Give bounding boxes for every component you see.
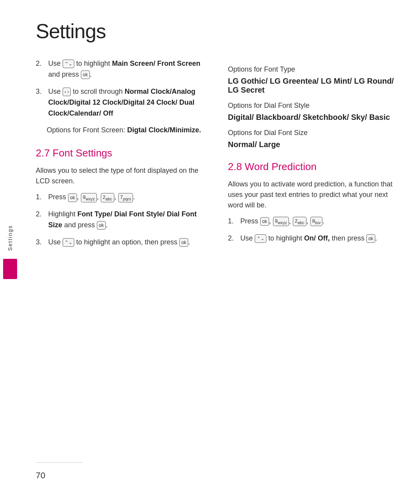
step-2-content: Use ⌃⌄ to highlight Main Screen/ Front S…: [48, 58, 212, 80]
dial-font-style-value: Digital/ Blackboard/ Sketchbook/ Sky/ Ba…: [228, 113, 404, 122]
font-step-2-num: 2.: [36, 209, 47, 220]
side-tab-label: Settings: [7, 225, 13, 251]
key-2abc: 2abc: [101, 193, 114, 202]
footer-divider: [36, 462, 82, 463]
page-footer: 70: [36, 439, 404, 481]
front-screen-options-label: Options for Front Screen: Digtal Clock/M…: [47, 126, 201, 134]
section-27-description: Allows you to select the type of font di…: [36, 165, 212, 186]
ok-icon-1: ok: [81, 70, 90, 79]
page: Settings Settings 2. Use ⌃⌄ to highlight…: [0, 0, 420, 504]
front-screen-options: Options for Front Screen: Digtal Clock/M…: [47, 125, 212, 135]
key-9wxyz: 9wxyz: [81, 193, 97, 202]
ok-icon-4: ok: [179, 238, 188, 247]
side-tab: Settings: [0, 0, 20, 504]
page-number: 70: [36, 471, 45, 480]
step-2: 2. Use ⌃⌄ to highlight Main Screen/ Fron…: [36, 58, 212, 80]
dial-font-size-value: Normal/ Large: [228, 140, 404, 149]
wp-step-2-num: 2.: [228, 233, 239, 244]
font-step-2: 2. Highlight Font Type/ Dial Font Style/…: [36, 209, 212, 231]
ok-icon-5: ok: [260, 217, 269, 226]
dial-font-size-label: Options for Dial Font Size: [228, 129, 404, 137]
wp-step-1: 1. Press ok, 9wxyz, 2abc, 8tuv.: [228, 216, 404, 227]
wp-step-2-bold: On/ Off,: [304, 234, 330, 242]
key-9wxyz-2: 9wxyz: [273, 217, 289, 226]
font-step-2-bold: Font Type/ Dial Font Style/ Dial Font Si…: [48, 210, 197, 229]
wp-step-2: 2. Use ⌃⌄ to highlight On/ Off, then pre…: [228, 233, 404, 244]
nav-lr-icon: ‹ ›: [63, 88, 71, 96]
key-2abc-2: 2abc: [293, 217, 306, 226]
section-28-description: Allows you to activate word prediction, …: [228, 179, 404, 211]
key-8tuv: 8tuv: [310, 217, 323, 226]
nav-ud-icon-1: ⌃⌄: [63, 60, 74, 68]
step-2-num: 2.: [36, 58, 47, 69]
front-screen-options-value: Digtal Clock/Minimize.: [127, 126, 201, 134]
section-28-heading: 2.8 Word Prediction: [228, 161, 404, 173]
font-step-1-num: 1.: [36, 192, 47, 203]
font-step-3-content: Use ⌃⌄ to highlight an option, then pres…: [48, 237, 212, 248]
key-7pqrs: 7pqrs: [118, 193, 133, 202]
wp-step-1-num: 1.: [228, 216, 239, 227]
section-27-heading: 2.7 Font Settings: [36, 147, 212, 159]
side-tab-bar: [3, 259, 17, 279]
ok-icon-2: ok: [68, 193, 77, 202]
right-column: Options for Font Type LG Gothic/ LG Gree…: [228, 58, 404, 439]
wp-step-2-content: Use ⌃⌄ to highlight On/ Off, then press …: [240, 233, 404, 244]
font-step-1-content: Press ok, 9wxyz, 2abc, 7pqrs.: [48, 192, 212, 203]
font-type-label: Options for Font Type: [228, 65, 404, 74]
wp-step-1-content: Press ok, 9wxyz, 2abc, 8tuv.: [240, 216, 404, 227]
font-step-1: 1. Press ok, 9wxyz, 2abc, 7pqrs.: [36, 192, 212, 203]
font-step-2-content: Highlight Font Type/ Dial Font Style/ Di…: [48, 209, 212, 231]
left-column: 2. Use ⌃⌄ to highlight Main Screen/ Fron…: [36, 58, 212, 439]
font-type-value: LG Gothic/ LG Greentea/ LG Mint/ LG Roun…: [228, 77, 404, 95]
ok-icon-3: ok: [97, 221, 106, 230]
nav-ud-icon-2: ⌃⌄: [63, 238, 74, 247]
step-2-bold: Main Screen/ Front Screen: [112, 60, 200, 67]
page-title: Settings: [36, 19, 404, 43]
two-column-layout: 2. Use ⌃⌄ to highlight Main Screen/ Fron…: [36, 58, 404, 439]
ok-icon-6: ok: [366, 234, 375, 243]
dial-font-style-label: Options for Dial Font Style: [228, 102, 404, 110]
font-step-3-num: 3.: [36, 237, 47, 248]
main-content: Settings 2. Use ⌃⌄ to highlight Main Scr…: [20, 0, 420, 504]
step-3: 3. Use ‹ › to scroll through Normal Cloc…: [36, 86, 212, 119]
font-step-3: 3. Use ⌃⌄ to highlight an option, then p…: [36, 237, 212, 248]
step-3-num: 3.: [36, 86, 47, 97]
nav-ud-icon-3: ⌃⌄: [255, 234, 266, 243]
step-3-content: Use ‹ › to scroll through Normal Clock/A…: [48, 86, 212, 119]
